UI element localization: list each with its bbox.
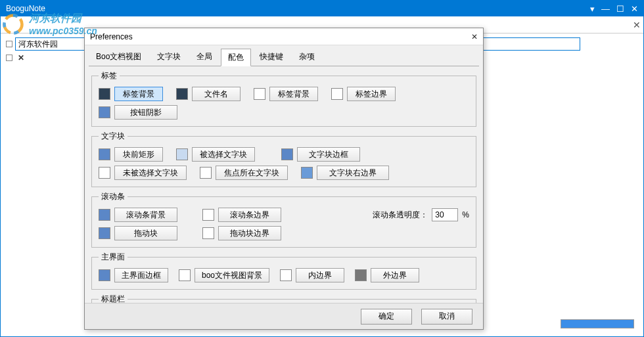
- swatch-btn-shadow[interactable]: [99, 106, 110, 118]
- btn-focus[interactable]: 焦点所在文字块: [216, 166, 288, 180]
- btn-selected[interactable]: 被选择文字块: [192, 147, 255, 162]
- group-scroll: 滚动条 滚动条背景 滚动条边界 滚动条透明度： % 拖动块 拖动块边界: [91, 191, 476, 248]
- swatch-tb-border[interactable]: [281, 148, 293, 160]
- btn-thumb[interactable]: 拖动块: [114, 226, 177, 240]
- maximize-icon[interactable]: ☐: [616, 4, 624, 14]
- swatch-boo-bg[interactable]: [179, 269, 191, 281]
- tab-close-icon[interactable]: ✕: [633, 20, 641, 30]
- group-textblock: 文字块 块前矩形 被选择文字块 文字块边框 未被选择文字块 焦点所在文字块 文字…: [91, 131, 476, 187]
- swatch-tag-bg[interactable]: [99, 88, 110, 100]
- swatch-thumb-border[interactable]: [202, 227, 214, 239]
- btn-thumb-border[interactable]: 拖动块边界: [218, 226, 281, 240]
- btn-boo-bg[interactable]: boo文件视图背景: [195, 268, 269, 282]
- main-titlebar: BooguNote ▾ — ☐ ✕: [1, 1, 643, 16]
- swatch-unselected[interactable]: [99, 167, 110, 179]
- swatch-thumb[interactable]: [99, 227, 110, 239]
- btn-scroll-border[interactable]: 滚动条边界: [218, 208, 281, 222]
- swatch-outer[interactable]: [355, 269, 367, 281]
- dropdown-icon[interactable]: ▾: [590, 4, 595, 14]
- swatch-scroll-border[interactable]: [202, 209, 214, 221]
- btn-rborder[interactable]: 文字块右边界: [317, 166, 389, 180]
- swatch-inner[interactable]: [280, 269, 292, 281]
- btn-tag-bg[interactable]: 标签背景: [114, 87, 163, 101]
- minimize-icon[interactable]: —: [601, 4, 610, 14]
- label-scroll-opacity: 滚动条透明度：: [373, 210, 428, 221]
- label-percent: %: [462, 210, 469, 219]
- legend-main: 主界面: [99, 252, 127, 263]
- dialog-body: 标签 标签背景 文件名 标签背景 标签边界 按钮阴影 文字块: [85, 66, 483, 303]
- legend-textblock: 文字块: [99, 131, 127, 142]
- swatch-main-border[interactable]: [99, 269, 110, 281]
- btn-tag-border[interactable]: 标签边界: [347, 87, 396, 101]
- dialog-tabs: Boo文档视图 文字块 全局 配色 快捷键 杂项: [85, 45, 483, 66]
- legend-tags: 标签: [99, 70, 120, 81]
- swatch-rborder[interactable]: [301, 167, 313, 179]
- input-scroll-opacity[interactable]: [432, 208, 458, 221]
- close-icon[interactable]: ✕: [631, 4, 638, 14]
- main-title: BooguNote: [6, 4, 45, 13]
- swatch-prerect[interactable]: [99, 148, 110, 160]
- progress-fill: [561, 320, 633, 328]
- tab-color-scheme[interactable]: 配色: [221, 49, 251, 66]
- cancel-button[interactable]: 取消: [421, 309, 472, 325]
- tab-misc[interactable]: 杂项: [292, 48, 322, 66]
- btn-scroll-bg[interactable]: 滚动条背景: [114, 208, 177, 222]
- window-controls: ▾ — ☐ ✕: [590, 4, 638, 14]
- dialog-close-icon[interactable]: ✕: [471, 32, 478, 41]
- swatch-tag-bg2[interactable]: [254, 88, 265, 100]
- btn-outer[interactable]: 外边界: [371, 268, 419, 282]
- btn-main-border[interactable]: 主界面边框: [114, 268, 168, 282]
- checkbox[interactable]: [6, 41, 12, 47]
- preferences-dialog: Preferences ✕ Boo文档视图 文字块 全局 配色 快捷键 杂项 标…: [84, 28, 484, 330]
- dialog-titlebar: Preferences ✕: [85, 28, 483, 45]
- btn-filename[interactable]: 文件名: [192, 87, 241, 101]
- swatch-tag-border[interactable]: [331, 88, 343, 100]
- group-maininterface: 主界面 主界面边框 boo文件视图背景 内边界 外边界: [91, 252, 476, 290]
- btn-tb-border[interactable]: 文字块边框: [297, 147, 360, 162]
- group-titlebar: 标题栏 标题栏文字 标题栏按钮: [91, 294, 476, 303]
- group-tags: 标签 标签背景 文件名 标签背景 标签边界 按钮阴影: [91, 70, 476, 127]
- legend-titlebar: 标题栏: [99, 294, 127, 303]
- btn-unselected[interactable]: 未被选择文字块: [114, 166, 187, 180]
- btn-prerect[interactable]: 块前矩形: [114, 147, 163, 162]
- ok-button[interactable]: 确定: [361, 309, 412, 325]
- btn-shadow[interactable]: 按钮阴影: [114, 105, 177, 120]
- btn-inner[interactable]: 内边界: [296, 268, 344, 282]
- tab-shortcuts[interactable]: 快捷键: [252, 48, 290, 66]
- swatch-selected[interactable]: [176, 148, 188, 160]
- swatch-scroll-bg[interactable]: [99, 209, 110, 221]
- item-close-icon[interactable]: ✕: [18, 53, 24, 62]
- tab-boo-doc-view[interactable]: Boo文档视图: [89, 48, 149, 66]
- progress-bar: [561, 319, 634, 328]
- swatch-focus[interactable]: [200, 167, 212, 179]
- tab-global[interactable]: 全局: [189, 48, 219, 66]
- tab-text-block[interactable]: 文字块: [150, 48, 188, 66]
- dialog-footer: 确定 取消: [85, 303, 483, 329]
- legend-scroll: 滚动条: [99, 191, 127, 202]
- dialog-title-text: Preferences: [90, 32, 133, 41]
- swatch-filename[interactable]: [176, 88, 188, 100]
- checkbox[interactable]: [6, 55, 12, 61]
- btn-tag-bg2[interactable]: 标签背景: [269, 87, 318, 101]
